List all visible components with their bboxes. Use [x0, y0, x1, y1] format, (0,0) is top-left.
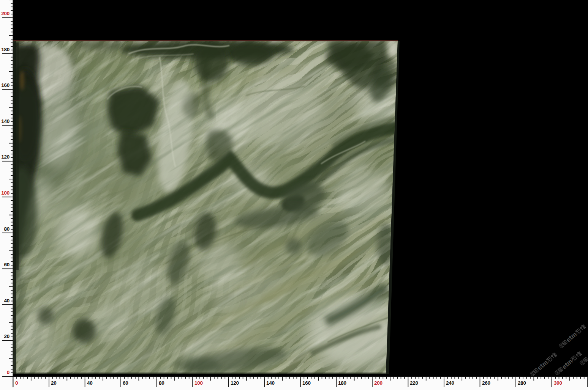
- svg-text:stm: stm: [561, 357, 574, 370]
- svg-text:stm: stm: [536, 359, 549, 371]
- svg-text:stm: stm: [565, 330, 578, 343]
